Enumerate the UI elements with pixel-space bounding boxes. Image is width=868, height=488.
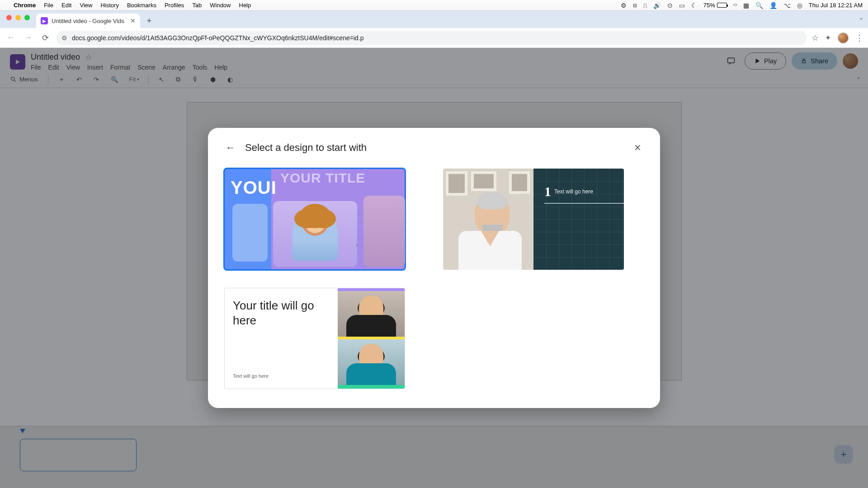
card1-ghost-title: YOUR TITLE [280, 170, 365, 186]
tab-title: Untitled video - Google Vids [52, 18, 124, 24]
card2-number: 1 [544, 184, 551, 199]
modal-back-button[interactable]: ← [224, 141, 237, 154]
menu-history[interactable]: History [100, 2, 118, 9]
window-zoom-button[interactable] [24, 15, 30, 20]
menu-profiles[interactable]: Profiles [165, 2, 184, 9]
frontmost-app-name[interactable]: Chrome [14, 2, 36, 9]
extensions-puzzle-icon[interactable]: ✦ [825, 33, 831, 42]
menu-help[interactable]: Help [239, 2, 251, 9]
battery-percent: 75% [703, 2, 715, 9]
do-not-disturb-icon[interactable]: ☾ [691, 2, 697, 9]
mic-icon[interactable]: ⎍ [643, 2, 647, 9]
play-menu-icon[interactable]: ⊙ [667, 2, 673, 9]
vids-favicon-icon: ▶ [41, 17, 48, 24]
design-card-2[interactable]: 1 Text will go here [443, 169, 624, 270]
tab-close-icon[interactable]: ✕ [130, 17, 136, 24]
screen-record-icon[interactable]: ⧇ [633, 1, 637, 9]
window-minimize-button[interactable] [15, 15, 21, 20]
menu-window[interactable]: Window [210, 2, 231, 9]
calendar-icon[interactable]: ▦ [743, 2, 749, 9]
macos-menubar: Chrome File Edit View History Bookmarks … [0, 0, 868, 11]
bookmark-star-icon[interactable]: ☆ [811, 33, 819, 43]
site-settings-icon[interactable]: ⚙ [61, 34, 67, 42]
battery-status[interactable]: 75% [703, 2, 727, 9]
control-center-icon[interactable]: ⌥ [783, 2, 791, 9]
modal-overlay: ← Select a design to start with ✕ YOUR T… [0, 48, 868, 488]
chrome-menu-kebab-icon[interactable]: ⋮ [855, 33, 863, 43]
design-card-3[interactable]: Your title will go here Text will go her… [224, 288, 405, 389]
card3-subtitle: Text will go here [233, 373, 330, 379]
window-close-button[interactable] [6, 15, 12, 20]
card2-caption: Text will go here [554, 188, 593, 195]
design-picker-modal: ← Select a design to start with ✕ YOUR T… [208, 128, 660, 408]
tab-overflow-chevron-icon[interactable]: ⌄ [859, 14, 863, 21]
user-switch-icon[interactable]: 👤 [769, 2, 777, 9]
card1-title: YOUI [231, 178, 277, 198]
chevron-right-icon: › [356, 241, 358, 249]
menubar-clock[interactable]: Thu Jul 18 12:21 AM [809, 2, 863, 9]
settings-gear-icon[interactable]: ⚙ [621, 2, 627, 9]
menu-file[interactable]: File [44, 2, 53, 9]
reload-button[interactable]: ⟳ [39, 32, 52, 44]
chrome-profile-avatar[interactable] [837, 32, 849, 44]
omnibox[interactable]: ⚙ docs.google.com/videos/d/1At53AGG3OnzQ… [56, 31, 807, 45]
modal-close-button[interactable]: ✕ [631, 141, 644, 154]
spotlight-icon[interactable]: 🔍 [755, 2, 763, 9]
menu-bookmarks[interactable]: Bookmarks [127, 2, 156, 9]
menu-tab[interactable]: Tab [192, 2, 202, 9]
chrome-tab-strip: ▶ Untitled video - Google Vids ✕ + ⌄ [0, 11, 868, 28]
siri-icon[interactable]: ◎ [797, 2, 802, 9]
menu-edit[interactable]: Edit [61, 2, 71, 9]
nav-back-button[interactable]: ← [5, 32, 17, 44]
new-tab-button[interactable]: + [143, 14, 156, 27]
google-vids-app: Untitled video ☆ File Edit View Insert F… [0, 48, 868, 488]
menu-view[interactable]: View [80, 2, 92, 9]
wifi-icon[interactable]: ⌔ [733, 2, 737, 9]
design-card-1[interactable]: YOUR TITLE YOUI › [224, 169, 405, 270]
chrome-toolbar: ← → ⟳ ⚙ docs.google.com/videos/d/1At53AG… [0, 28, 868, 48]
volume-icon[interactable]: 🔊 [653, 2, 661, 9]
card3-title: Your title will go here [233, 298, 330, 328]
browser-tab[interactable]: ▶ Untitled video - Google Vids ✕ [36, 14, 140, 28]
nav-forward-button[interactable]: → [22, 32, 34, 44]
display-icon[interactable]: ▭ [679, 2, 685, 9]
url-text: docs.google.com/videos/d/1At53AGG3OnzQpF… [72, 34, 363, 42]
modal-title: Select a design to start with [245, 142, 367, 154]
